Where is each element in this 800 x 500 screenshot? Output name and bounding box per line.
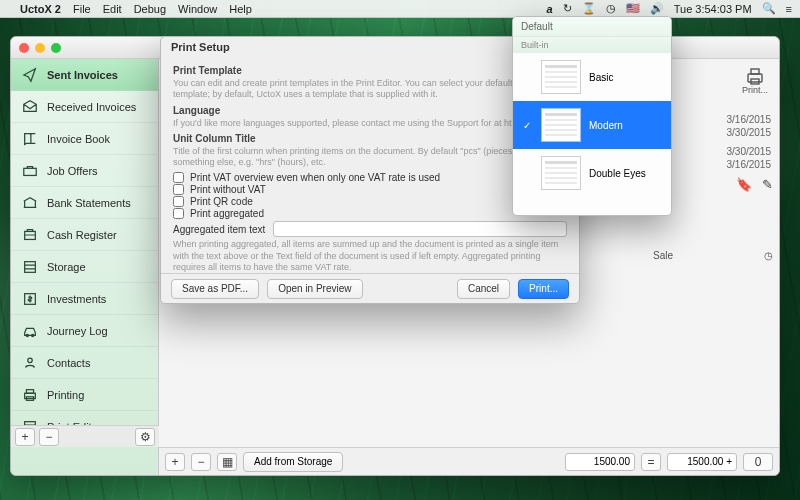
print-button[interactable]: Print... xyxy=(518,279,569,299)
cash-register-icon xyxy=(21,226,39,244)
window-minimize-icon[interactable] xyxy=(35,43,45,53)
date-field[interactable]: 3/30/2015 xyxy=(727,146,772,157)
cancel-button[interactable]: Cancel xyxy=(457,279,510,299)
status-wifi-icon[interactable]: ⌛ xyxy=(582,2,596,15)
svg-rect-2 xyxy=(25,261,36,272)
menu-debug[interactable]: Debug xyxy=(134,3,166,15)
agg-text-input[interactable] xyxy=(273,221,567,237)
storage-icon xyxy=(21,258,39,276)
printer-icon xyxy=(21,386,39,404)
section-unit-desc: Title of the first column when printing … xyxy=(173,146,567,169)
agg-desc: When printing aggregated, all items are … xyxy=(173,239,567,273)
status-flag-icon[interactable]: 🇺🇸 xyxy=(626,2,640,15)
status-refresh-icon[interactable]: ↻ xyxy=(563,2,572,15)
sidebar-footer: + − ⚙ xyxy=(11,425,159,447)
menubar-clock[interactable]: Tue 3:54:03 PM xyxy=(674,3,752,15)
settings-gear-icon[interactable]: ⚙ xyxy=(135,428,155,446)
add-item-button[interactable]: + xyxy=(165,453,185,471)
chk-label: Print VAT overview even when only one VA… xyxy=(190,172,440,183)
grid-view-icon[interactable]: ▦ xyxy=(217,453,237,471)
amount-zero: 0 xyxy=(743,453,773,471)
chk-aggregated[interactable] xyxy=(173,208,184,219)
sidebar-item-investments[interactable]: Investments xyxy=(11,283,158,315)
book-icon xyxy=(21,130,39,148)
status-clock-icon[interactable]: ◷ xyxy=(606,2,616,15)
sidebar-item-label: Job Offers xyxy=(47,165,98,177)
amount-left[interactable]: 1500.00 xyxy=(565,453,635,471)
svg-rect-8 xyxy=(26,389,33,393)
menubar-status: a ↻ ⌛ ◷ 🇺🇸 🔊 Tue 3:54:03 PM 🔍 ≡ xyxy=(547,2,792,15)
equals-button[interactable]: = xyxy=(641,453,661,471)
sidebar-item-bank-statements[interactable]: Bank Statements xyxy=(11,187,158,219)
template-option-double-eyes[interactable]: Double Eyes xyxy=(513,149,671,197)
sidebar-item-label: Sent Invoices xyxy=(47,69,118,81)
menu-edit[interactable]: Edit xyxy=(103,3,122,15)
status-italic-a-icon[interactable]: a xyxy=(547,3,553,15)
menu-help[interactable]: Help xyxy=(229,3,252,15)
checkmark-icon: ✓ xyxy=(521,120,533,131)
svg-rect-12 xyxy=(751,69,759,74)
remove-button[interactable]: − xyxy=(39,428,59,446)
sidebar-item-printing[interactable]: Printing xyxy=(11,379,158,411)
window-close-icon[interactable] xyxy=(19,43,29,53)
template-name: Modern xyxy=(589,120,623,131)
date-field[interactable]: 3/16/2015 xyxy=(727,114,772,125)
sidebar-item-job-offers[interactable]: Job Offers xyxy=(11,155,158,187)
open-in-preview-button[interactable]: Open in Preview xyxy=(267,279,362,299)
template-thumbnail xyxy=(541,108,581,142)
template-name: Double Eyes xyxy=(589,168,646,179)
envelope-open-icon xyxy=(21,98,39,116)
agg-label: Aggregated item text xyxy=(173,224,265,235)
menu-file[interactable]: File xyxy=(73,3,91,15)
amount-right[interactable]: 1500.00 + xyxy=(667,453,737,471)
paper-plane-icon xyxy=(21,66,39,84)
sidebar-item-invoice-book[interactable]: Invoice Book xyxy=(11,123,158,155)
date-field[interactable]: 3/30/2015 xyxy=(727,127,772,138)
svg-rect-0 xyxy=(24,168,36,175)
bank-icon xyxy=(21,194,39,212)
chk-without-vat[interactable] xyxy=(173,184,184,195)
sidebar-item-cash-register[interactable]: Cash Register xyxy=(11,219,158,251)
app-menu[interactable]: UctoX 2 xyxy=(20,3,61,15)
sidebar-item-label: Bank Statements xyxy=(47,197,131,209)
toolbar-print[interactable]: Print... xyxy=(731,59,779,103)
edit-icon[interactable]: ✎ xyxy=(762,177,773,192)
sidebar-item-label: Contacts xyxy=(47,357,90,369)
sidebar: Sent InvoicesReceived InvoicesInvoice Bo… xyxy=(11,59,159,475)
add-button[interactable]: + xyxy=(15,428,35,446)
tag-icon[interactable]: 🔖 xyxy=(736,177,752,192)
sidebar-item-received-invoices[interactable]: Received Invoices xyxy=(11,91,158,123)
spotlight-icon[interactable]: 🔍 xyxy=(762,2,776,15)
contacts-icon xyxy=(21,354,39,372)
template-option-modern[interactable]: ✓Modern xyxy=(513,101,671,149)
car-icon xyxy=(21,322,39,340)
template-option-basic[interactable]: Basic xyxy=(513,53,671,101)
chk-vat-overview[interactable] xyxy=(173,172,184,183)
window-zoom-icon[interactable] xyxy=(51,43,61,53)
sidebar-item-label: Investments xyxy=(47,293,106,305)
sidebar-item-sent-invoices[interactable]: Sent Invoices xyxy=(11,59,158,91)
chk-label: Print without VAT xyxy=(190,184,266,195)
popover-header: Default xyxy=(513,17,671,37)
sidebar-item-journey-log[interactable]: Journey Log xyxy=(11,315,158,347)
date-field[interactable]: 3/16/2015 xyxy=(727,159,772,170)
section-template-desc: You can edit and create print templates … xyxy=(173,78,567,101)
status-volume-icon[interactable]: 🔊 xyxy=(650,2,664,15)
chk-qr-code[interactable] xyxy=(173,196,184,207)
clock-icon[interactable]: ◷ xyxy=(764,250,773,261)
sidebar-item-label: Journey Log xyxy=(47,325,108,337)
sidebar-item-label: Received Invoices xyxy=(47,101,136,113)
sidebar-item-storage[interactable]: Storage xyxy=(11,251,158,283)
sidebar-item-contacts[interactable]: Contacts xyxy=(11,347,158,379)
save-as-pdf-button[interactable]: Save as PDF... xyxy=(171,279,259,299)
menu-extra-icon[interactable]: ≡ xyxy=(786,3,792,15)
sidebar-item-label: Invoice Book xyxy=(47,133,110,145)
sale-label: Sale xyxy=(653,250,673,261)
add-from-storage-button[interactable]: Add from Storage xyxy=(243,452,343,472)
items-footer: + − ▦ Add from Storage 1500.00 = 1500.00… xyxy=(159,447,779,475)
menu-window[interactable]: Window xyxy=(178,3,217,15)
printer-icon xyxy=(745,67,765,85)
svg-rect-11 xyxy=(748,74,762,82)
chk-label: Print aggregated xyxy=(190,208,264,219)
remove-item-button[interactable]: − xyxy=(191,453,211,471)
